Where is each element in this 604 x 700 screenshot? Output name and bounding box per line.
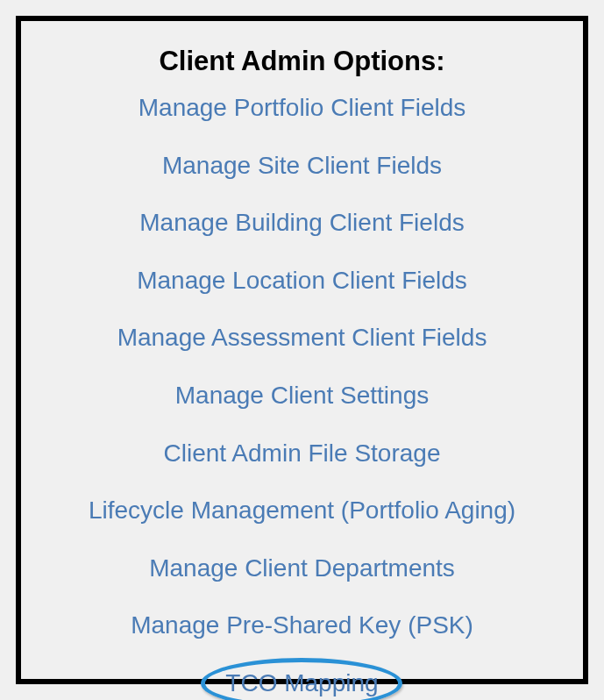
option-manage-assessment-client-fields[interactable]: Manage Assessment Client Fields (117, 323, 487, 353)
option-list: Manage Portfolio Client Fields Manage Si… (32, 93, 572, 698)
client-admin-options-panel: Client Admin Options: Manage Portfolio C… (16, 16, 588, 684)
option-client-admin-file-storage[interactable]: Client Admin File Storage (164, 439, 441, 468)
option-manage-client-settings[interactable]: Manage Client Settings (175, 381, 430, 411)
option-manage-location-client-fields[interactable]: Manage Location Client Fields (137, 266, 467, 296)
highlighted-option-wrap: TCO Mapping (225, 668, 378, 698)
option-tco-mapping[interactable]: TCO Mapping (225, 669, 378, 696)
panel-heading: Client Admin Options: (159, 46, 444, 77)
option-manage-building-client-fields[interactable]: Manage Building Client Fields (139, 208, 464, 238)
option-manage-pre-shared-key[interactable]: Manage Pre-Shared Key (PSK) (131, 611, 473, 640)
option-manage-client-departments[interactable]: Manage Client Departments (149, 554, 455, 583)
option-lifecycle-management[interactable]: Lifecycle Management (Portfolio Aging) (89, 496, 515, 525)
option-manage-portfolio-client-fields[interactable]: Manage Portfolio Client Fields (139, 93, 466, 123)
option-manage-site-client-fields[interactable]: Manage Site Client Fields (162, 151, 442, 181)
